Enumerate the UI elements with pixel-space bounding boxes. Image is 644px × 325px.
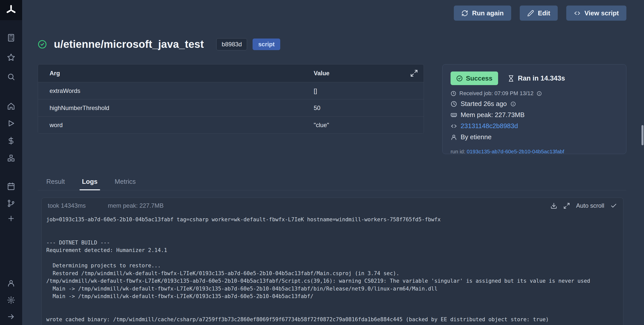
run-id-label: run id: bbox=[451, 149, 465, 154]
auto-scroll-checkbox[interactable] bbox=[610, 202, 617, 209]
auto-scroll-label: Auto scroll bbox=[576, 202, 604, 209]
table-row: extraWords [] bbox=[38, 82, 424, 99]
tabs-bar: Result Logs Metrics bbox=[38, 178, 626, 190]
download-icon[interactable] bbox=[550, 202, 557, 209]
duration-label: Ran in 14.343s bbox=[518, 75, 565, 82]
received-row: Received job: 07:09 PM 13/12 bbox=[451, 90, 618, 97]
refresh-icon bbox=[461, 10, 468, 17]
script-badge: script bbox=[253, 39, 280, 50]
view-script-label: View script bbox=[584, 9, 619, 17]
mem-peak-label: Mem peak: 227.73MB bbox=[461, 111, 525, 119]
run-again-button[interactable]: Run again bbox=[454, 6, 511, 21]
logs-tools: Auto scroll bbox=[550, 202, 617, 209]
tab-result[interactable]: Result bbox=[45, 178, 66, 190]
script-hash-row: 23131148c2b8983d bbox=[451, 122, 618, 130]
title-row: u/etienne/microsoft_java_test b8983d scr… bbox=[38, 38, 280, 50]
table-row: highNumberThreshold 50 bbox=[38, 99, 424, 116]
hourglass-icon bbox=[508, 75, 514, 82]
tab-metrics[interactable]: Metrics bbox=[113, 178, 137, 190]
search-icon[interactable] bbox=[7, 72, 16, 81]
edit-button[interactable]: Edit bbox=[520, 6, 558, 21]
windmill-logo[interactable] bbox=[0, 0, 22, 20]
check-circle-icon bbox=[456, 75, 463, 82]
run-id-link[interactable]: 0193c135-ab7d-60e5-2b10-04b5ac13fabf bbox=[467, 149, 564, 154]
runs-icon[interactable] bbox=[7, 33, 16, 42]
arg-name: extraWords bbox=[38, 87, 314, 94]
info-icon[interactable] bbox=[537, 91, 542, 96]
logs-panel: took 14343ms mem peak: 227.7MB Auto scro… bbox=[42, 198, 623, 325]
settings-gear-icon[interactable] bbox=[7, 296, 16, 305]
variables-dollar-icon[interactable] bbox=[7, 136, 16, 145]
expand-table-icon[interactable] bbox=[410, 69, 418, 77]
script-hash-link[interactable]: 23131148c2b8983d bbox=[461, 122, 518, 130]
windmill-logo-icon bbox=[6, 5, 16, 15]
code-icon bbox=[451, 123, 457, 129]
status-badge: Success bbox=[451, 71, 498, 85]
toolbar: Run again Edit View script bbox=[454, 6, 626, 21]
home-icon[interactable] bbox=[7, 102, 16, 111]
logs-took: took 14343ms bbox=[48, 202, 86, 209]
arg-name: word bbox=[38, 122, 314, 129]
status-label: Success bbox=[466, 75, 493, 82]
tab-logs[interactable]: Logs bbox=[80, 178, 99, 190]
edit-label: Edit bbox=[538, 9, 550, 17]
sidebar bbox=[0, 0, 22, 325]
success-check-icon bbox=[38, 40, 47, 49]
play-icon[interactable] bbox=[7, 119, 16, 128]
started-label: Started 26s ago bbox=[461, 100, 507, 108]
log-output[interactable]: job=0193c135-ab7d-60e5-2b10-04b5ac13fabf… bbox=[46, 216, 623, 323]
arg-value: "clue" bbox=[314, 122, 329, 129]
arg-value: [] bbox=[314, 87, 317, 94]
page-title: u/etienne/microsoft_java_test bbox=[54, 38, 204, 50]
duration: Ran in 14.343s bbox=[508, 75, 565, 82]
memory-icon bbox=[451, 112, 457, 118]
args-table-header: Arg Value bbox=[38, 64, 424, 82]
received-label: Received job: 07:09 PM 13/12 bbox=[459, 90, 534, 97]
mem-peak-row: Mem peak: 227.73MB bbox=[451, 111, 618, 119]
run-again-label: Run again bbox=[472, 9, 504, 17]
arg-value: 50 bbox=[314, 104, 320, 112]
page-scrollbar-thumb[interactable] bbox=[641, 125, 643, 145]
expand-logs-icon[interactable] bbox=[563, 202, 570, 209]
favorites-star-icon[interactable] bbox=[7, 53, 16, 62]
args-table: Arg Value extraWords [] highNumberThresh… bbox=[38, 64, 424, 134]
arg-name: highNumberThreshold bbox=[38, 104, 314, 112]
view-script-button[interactable]: View script bbox=[566, 6, 626, 21]
col-header-arg: Arg bbox=[38, 70, 314, 77]
table-row: word "clue" bbox=[38, 116, 424, 133]
clock-icon bbox=[451, 91, 456, 96]
run-id-row: run id: 0193c135-ab7d-60e5-2b10-04b5ac13… bbox=[451, 149, 618, 155]
logs-mem-peak: mem peak: 227.7MB bbox=[108, 202, 164, 209]
user-icon bbox=[451, 134, 457, 140]
flows-branch-icon[interactable] bbox=[7, 199, 16, 208]
started-row: Started 26s ago bbox=[451, 100, 618, 108]
status-card: Success Ran in 14.343s Received job: 07:… bbox=[442, 64, 626, 154]
clock-icon bbox=[451, 101, 457, 107]
code-icon bbox=[574, 10, 581, 17]
by-label: By etienne bbox=[461, 133, 492, 141]
resources-icon[interactable] bbox=[7, 154, 16, 163]
collapse-arrow-icon[interactable] bbox=[7, 312, 16, 321]
windmill-run-page: Run again Edit View script u/etienne/mic… bbox=[0, 0, 644, 325]
pencil-icon bbox=[527, 10, 534, 17]
logs-header: took 14343ms mem peak: 227.7MB Auto scro… bbox=[42, 198, 623, 211]
info-icon[interactable] bbox=[510, 101, 516, 107]
schedules-calendar-icon[interactable] bbox=[7, 182, 16, 191]
add-plus-icon[interactable] bbox=[7, 214, 16, 223]
account-user-icon[interactable] bbox=[7, 279, 16, 288]
col-header-value: Value bbox=[314, 70, 330, 77]
hash-badge: b8983d bbox=[216, 38, 247, 50]
by-row: By etienne bbox=[451, 133, 618, 141]
